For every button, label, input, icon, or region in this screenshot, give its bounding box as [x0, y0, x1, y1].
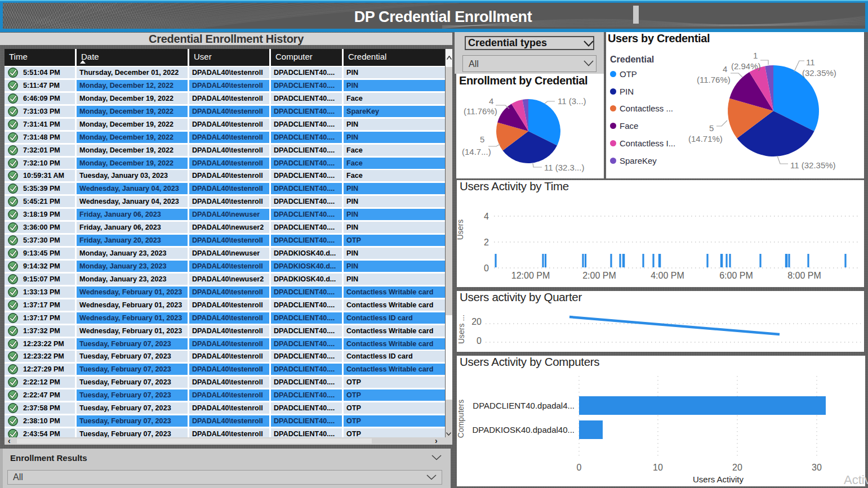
svg-text:Users: Users: [456, 220, 465, 240]
svg-text:20: 20: [471, 317, 482, 326]
svg-text:4: 4: [489, 96, 493, 106]
svg-text:(11.76%): (11.76%): [697, 75, 731, 84]
svg-text:0: 0: [484, 263, 489, 273]
svg-text:Users ...: Users ...: [457, 315, 466, 344]
svg-text:1: 1: [753, 51, 758, 60]
svg-text:(11.76%): (11.76%): [464, 106, 497, 116]
svg-text:8:00 PM: 8:00 PM: [787, 271, 821, 280]
svg-text:(2.94%): (2.94%): [731, 61, 761, 71]
svg-text:11 (32.3...): 11 (32.3...): [544, 163, 584, 172]
svg-text:Users Activity: Users Activity: [693, 474, 744, 484]
svg-text:11 (32.35%): 11 (32.35%): [790, 160, 836, 170]
svg-text:4:00 PM: 4:00 PM: [651, 271, 684, 280]
svg-text:0: 0: [577, 463, 582, 472]
svg-text:30: 30: [812, 463, 822, 472]
svg-text:(14.7...): (14.7...): [462, 147, 491, 156]
svg-text:11: 11: [806, 57, 815, 67]
svg-text:Computers: Computers: [456, 400, 465, 438]
svg-text:DPADCLIENT40.dpadal4...: DPADCLIENT40.dpadal4...: [473, 401, 575, 410]
svg-text:0: 0: [477, 336, 482, 346]
svg-text:4: 4: [723, 64, 727, 74]
svg-text:2:00 PM: 2:00 PM: [582, 271, 616, 280]
svg-text:10: 10: [653, 463, 663, 472]
svg-text:11 (3...): 11 (3...): [558, 96, 586, 106]
svg-text:20: 20: [732, 463, 742, 472]
svg-text:12:00 PM: 12:00 PM: [511, 271, 550, 280]
svg-text:5: 5: [709, 123, 714, 133]
svg-text:6:00 PM: 6:00 PM: [719, 271, 753, 280]
svg-text:2: 2: [484, 238, 489, 247]
svg-text:4: 4: [484, 212, 489, 221]
svg-text:(14.71%): (14.71%): [688, 134, 723, 144]
svg-text:(32.35%): (32.35%): [802, 68, 836, 78]
svg-text:5: 5: [480, 135, 484, 144]
svg-text:DPADKIOSK40.dpadal40...: DPADKIOSK40.dpadal40...: [473, 425, 575, 435]
